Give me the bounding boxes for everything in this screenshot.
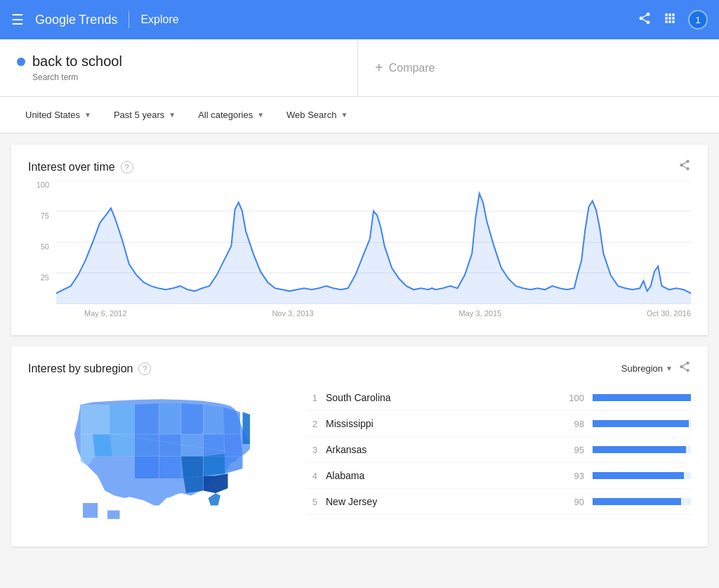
compare-label: Compare [389,62,435,74]
card-header-subregion: Interest by subregion ? Subregion ▼ [28,360,691,377]
subregion-controls: Subregion ▼ [621,360,691,377]
compare-box[interactable]: + Compare [358,39,719,96]
filter-category-label: All categories [198,110,253,120]
us-map-svg [35,385,288,533]
rank-score-5: 90 [565,497,584,507]
interest-over-time-title: Interest over time [28,161,115,174]
help-icon[interactable]: ? [121,161,133,174]
chevron-down-icon: ▼ [341,111,348,119]
rank-bar-bg-2 [593,420,691,427]
rank-bar-fill-5 [593,498,681,505]
rank-score-1: 100 [565,393,584,403]
logo-text2: Trends [79,13,117,27]
search-term-label: Search term [32,72,341,82]
card-title-row-subregion: Interest by subregion ? [28,362,151,375]
avatar[interactable]: 1 [688,10,708,30]
rank-name-5: New Jersey [326,496,556,507]
rank-num-4: 4 [306,471,317,481]
interest-by-subregion-title: Interest by subregion [28,362,133,375]
x-label-4: Oct 30, 2016 [647,309,691,318]
rank-num-3: 3 [306,445,317,455]
chevron-down-icon: ▼ [169,111,176,119]
rank-bar-fill-2 [593,420,689,427]
filter-search-type[interactable]: Web Search ▼ [278,105,356,124]
rank-score-2: 98 [565,419,584,429]
filter-category[interactable]: All categories ▼ [190,105,272,124]
search-term-text: back to school [32,53,122,70]
chevron-down-icon: ▼ [84,111,91,119]
rank-bar-fill-4 [593,472,684,479]
filter-search-type-label: Web Search [286,110,336,120]
rank-bar-fill-3 [593,446,686,453]
x-label-3: May 3, 2015 [459,309,502,318]
interest-chart: 100 75 50 25 [28,181,691,321]
compare-plus-icon: + [375,60,383,76]
rank-bar-bg-4 [593,472,691,479]
subregion-label: Subregion [621,363,663,374]
y-label-25: 25 [28,273,49,282]
y-label-75: 75 [28,211,49,220]
menu-icon[interactable]: ☰ [11,11,24,28]
chart-svg [56,181,691,304]
y-label-50: 50 [28,242,49,251]
filter-period-label: Past 5 years [114,110,164,120]
ranking-row-1: 1 South Carolina 100 [306,385,691,411]
chart-area: May 6, 2012 Nov 3, 2013 May 3, 2015 Oct … [56,181,691,321]
rank-name-4: Alabama [326,470,556,481]
filter-country-label: United States [25,110,80,120]
rank-num-1: 1 [306,393,317,403]
logo-text: Google [35,13,76,27]
filter-bar: United States ▼ Past 5 years ▼ All categ… [0,97,719,133]
y-label-100: 100 [28,181,49,189]
search-term-box: back to school Search term [0,39,358,96]
rank-num-5: 5 [306,497,317,507]
rank-score-4: 93 [565,471,584,481]
rank-bar-bg-3 [593,446,691,453]
header-divider [128,11,129,28]
share-icon-subregion[interactable] [678,360,691,377]
filter-country[interactable]: United States ▼ [17,105,100,124]
x-label-1: May 6, 2012 [84,309,127,318]
y-axis-labels: 100 75 50 25 [28,181,49,321]
ranking-row-4: 4 Alabama 93 [306,463,691,489]
rank-bar-bg-1 [593,394,691,401]
subregion-dropdown[interactable]: Subregion ▼ [621,363,673,374]
interest-by-subregion-card: Interest by subregion ? Subregion ▼ [11,346,708,547]
help-icon-subregion[interactable]: ? [138,362,151,375]
share-icon[interactable] [638,11,652,29]
header: ☰ GoogleTrends Explore 1 [0,0,719,39]
us-map [28,385,295,533]
rank-bar-bg-5 [593,498,691,505]
rank-name-1: South Carolina [326,392,556,403]
search-dot [17,58,25,66]
main-content: Interest over time ? 100 75 50 25 [0,133,719,569]
header-explore-label: Explore [140,13,178,26]
rankings-area: 1 South Carolina 100 2 Mississippi 98 [306,385,691,533]
chevron-down-icon: ▼ [666,365,673,372]
ranking-row-3: 3 Arkansas 95 [306,437,691,463]
search-area: back to school Search term + Compare [0,39,719,97]
filter-period[interactable]: Past 5 years ▼ [105,105,184,124]
ranking-row-5: 5 New Jersey 90 [306,489,691,515]
x-label-2: Nov 3, 2013 [272,309,313,318]
share-icon[interactable] [678,159,691,175]
logo: GoogleTrends [35,13,117,27]
search-term-title: back to school [17,53,341,70]
apps-icon[interactable] [663,11,677,29]
subregion-layout: 1 South Carolina 100 2 Mississippi 98 [28,385,691,533]
rank-num-2: 2 [306,419,317,429]
rank-name-2: Mississippi [326,418,556,429]
x-axis-labels: May 6, 2012 Nov 3, 2013 May 3, 2015 Oct … [84,309,691,318]
card-header-interest: Interest over time ? [28,159,691,175]
rank-score-3: 95 [565,445,584,455]
card-title-row-interest: Interest over time ? [28,161,133,174]
header-actions: 1 [638,10,708,30]
rank-bar-fill-1 [593,394,691,401]
chevron-down-icon: ▼ [257,111,264,119]
ranking-row-2: 2 Mississippi 98 [306,411,691,437]
interest-over-time-card: Interest over time ? 100 75 50 25 [11,145,708,335]
rank-name-3: Arkansas [326,444,556,455]
